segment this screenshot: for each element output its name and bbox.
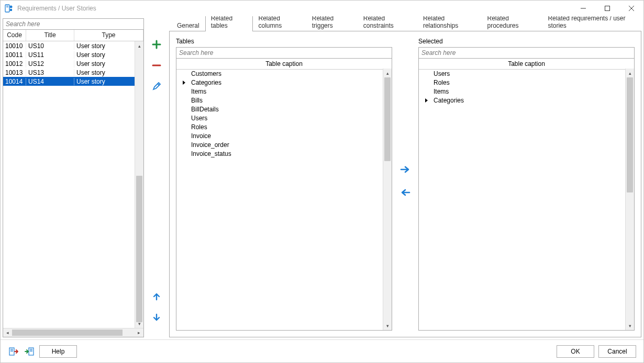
- table-row[interactable]: 10010US10User story: [3, 41, 143, 50]
- list-item[interactable]: Invoice_order: [176, 141, 392, 150]
- cell-title: US12: [26, 60, 74, 67]
- stories-grid[interactable]: Code Title Type 10010US10User story10011…: [3, 30, 143, 328]
- grid-hscroll[interactable]: ◂ ▸: [3, 328, 143, 337]
- title-bar: Requirements / User Stories: [1, 1, 643, 16]
- available-column: Tables Table caption CustomersCategories…: [176, 38, 392, 331]
- list-item[interactable]: Bills: [176, 96, 392, 105]
- scroll-down-icon[interactable]: ▾: [383, 321, 392, 330]
- grid-header-title[interactable]: Title: [26, 30, 74, 41]
- cell-code: 10012: [3, 60, 26, 67]
- import-icon[interactable]: [24, 346, 35, 357]
- selected-search-input[interactable]: [419, 48, 634, 59]
- cell-type: User story: [74, 42, 143, 50]
- grid-header-code[interactable]: Code: [3, 30, 26, 41]
- svg-rect-15: [30, 350, 32, 350]
- scroll-up-icon[interactable]: ▴: [626, 69, 634, 77]
- grid-header-type[interactable]: Type: [74, 30, 143, 41]
- list-item[interactable]: Invoice: [176, 132, 392, 141]
- hscroll-right-icon[interactable]: ▸: [135, 330, 143, 335]
- selected-caption: Table caption: [419, 59, 634, 70]
- available-scrollbar[interactable]: ▴ ▾: [383, 69, 392, 330]
- tab-related-columns[interactable]: Related columns: [253, 16, 306, 31]
- selected-list: Table caption UsersRolesItemsCategories …: [418, 47, 635, 331]
- cell-type: User story: [74, 60, 143, 67]
- list-item[interactable]: Users: [419, 70, 634, 78]
- add-button[interactable]: [149, 37, 164, 52]
- maximize-button[interactable]: [595, 1, 619, 16]
- scroll-up-icon[interactable]: ▴: [135, 41, 143, 50]
- cell-title: US13: [26, 69, 74, 76]
- scroll-down-icon[interactable]: ▾: [626, 321, 634, 330]
- selected-scrollbar[interactable]: ▴ ▾: [625, 69, 634, 330]
- svg-point-3: [10, 6, 13, 8]
- tab-related-tables[interactable]: Related tables: [205, 16, 253, 31]
- stories-search-input[interactable]: [3, 19, 143, 30]
- export-icon[interactable]: [8, 346, 19, 357]
- list-item[interactable]: BillDetails: [176, 105, 392, 114]
- action-toolbar: [146, 18, 167, 337]
- cell-code: 10014: [3, 78, 26, 85]
- svg-rect-12: [10, 351, 13, 351]
- available-caption: Table caption: [176, 59, 392, 70]
- svg-rect-1: [6, 6, 8, 6]
- minimize-button[interactable]: [571, 1, 595, 16]
- table-row[interactable]: 10014US14User story: [3, 77, 143, 86]
- svg-rect-6: [605, 6, 610, 11]
- ok-button[interactable]: OK: [557, 345, 594, 358]
- edit-button[interactable]: [149, 79, 164, 94]
- list-item[interactable]: Categories: [419, 96, 634, 105]
- table-row[interactable]: 10012US12User story: [3, 59, 143, 68]
- list-item[interactable]: Roles: [419, 78, 634, 87]
- window-title: Requirements / User Stories: [17, 5, 571, 12]
- remove-button[interactable]: [149, 58, 164, 73]
- stories-panel: Code Title Type 10010US10User story10011…: [3, 18, 144, 337]
- help-button[interactable]: Help: [39, 345, 77, 358]
- transfer-toolbar: [397, 38, 413, 331]
- window-controls: [571, 1, 643, 16]
- cell-title: US10: [26, 42, 74, 50]
- grid-scrollbar[interactable]: ▴ ▾: [135, 41, 143, 328]
- list-item[interactable]: Items: [419, 87, 634, 96]
- tab-related-constraints[interactable]: Related constraints: [358, 16, 417, 31]
- detail-panel: GeneralRelated tablesRelated columnsRela…: [169, 18, 641, 337]
- footer: Help OK Cancel: [1, 339, 643, 362]
- grid-header: Code Title Type: [3, 30, 143, 41]
- cell-code: 10013: [3, 69, 26, 76]
- move-down-button[interactable]: [149, 310, 164, 325]
- available-search-input[interactable]: [176, 48, 392, 59]
- table-row[interactable]: 10013US13User story: [3, 68, 143, 77]
- hscroll-left-icon[interactable]: ◂: [3, 330, 12, 335]
- cell-type: User story: [74, 51, 143, 59]
- move-left-button[interactable]: [398, 185, 413, 200]
- tab-related-requirements-user-stories[interactable]: Related requirements / user stories: [542, 16, 641, 31]
- svg-rect-11: [10, 350, 13, 350]
- list-item[interactable]: Categories: [176, 78, 392, 87]
- cancel-button[interactable]: Cancel: [598, 345, 636, 358]
- current-row-indicator-icon: [425, 98, 428, 103]
- list-item[interactable]: Items: [176, 87, 392, 96]
- tab-related-procedures[interactable]: Related procedures: [481, 16, 542, 31]
- list-item[interactable]: Users: [176, 114, 392, 123]
- tabs: GeneralRelated tablesRelated columnsRela…: [169, 18, 641, 31]
- move-up-button[interactable]: [149, 289, 164, 304]
- scroll-up-icon[interactable]: ▴: [383, 69, 392, 77]
- move-right-button[interactable]: [398, 162, 413, 177]
- cell-type: User story: [74, 69, 143, 76]
- svg-rect-14: [30, 349, 32, 349]
- svg-rect-10: [10, 349, 13, 349]
- cell-type: User story: [74, 78, 143, 85]
- available-list: Table caption CustomersCategoriesItemsBi…: [176, 47, 392, 331]
- svg-rect-16: [30, 351, 32, 351]
- list-item[interactable]: Invoice_status: [176, 150, 392, 158]
- tab-related-triggers[interactable]: Related triggers: [306, 16, 358, 31]
- table-row[interactable]: 10011US11User story: [3, 50, 143, 59]
- cell-code: 10011: [3, 51, 26, 59]
- list-item[interactable]: Customers: [176, 70, 392, 78]
- selected-column: Selected Table caption UsersRolesItemsCa…: [418, 38, 635, 331]
- close-button[interactable]: [619, 1, 643, 16]
- tab-related-relationships[interactable]: Related relationships: [417, 16, 482, 31]
- list-item[interactable]: Roles: [176, 123, 392, 132]
- tab-general[interactable]: General: [171, 19, 205, 31]
- cell-code: 10010: [3, 42, 26, 50]
- selected-label: Selected: [418, 38, 635, 45]
